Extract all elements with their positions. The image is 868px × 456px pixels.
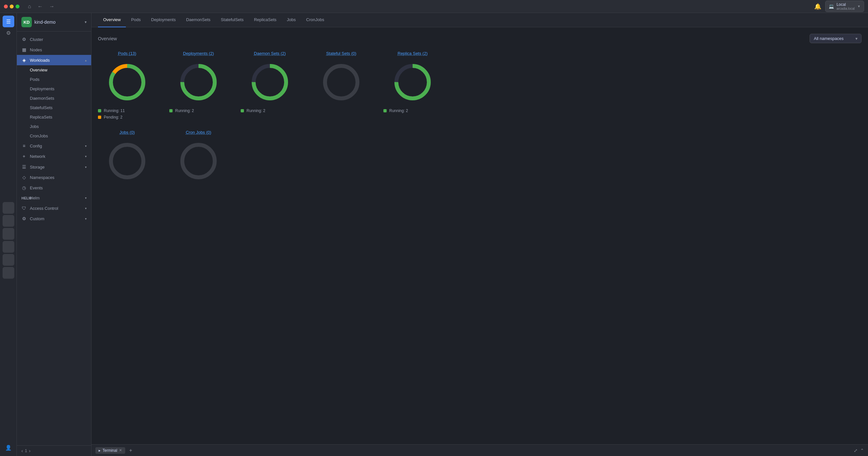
chevron-down-icon: ▾ [85,165,87,169]
tab-bar: Overview Pods Deployments DaemonSets Sta… [91,13,868,27]
cluster-selector[interactable]: KD kind-demo ▾ [17,13,91,31]
icon-bar-item-6[interactable] [3,267,14,279]
tab-deployments[interactable]: Deployments [146,13,181,27]
legend-dot-green [98,109,101,112]
user-icon[interactable]: 👤 [5,445,12,451]
sidebar-item-helm[interactable]: HELM Helm ▾ [17,193,91,203]
chart-title-daemonsets[interactable]: Daemon Sets (2) [254,51,286,56]
icon-bar-item-5[interactable] [3,254,14,266]
donut-cronjobs [178,140,220,182]
icon-bar-item-3[interactable] [3,228,14,240]
context-info: Local arcadia.local [837,2,855,10]
legend-label-running: Running: 2 [247,109,265,113]
chart-deployments: Deployments (2) Running: 2 [169,51,228,119]
namespace-select[interactable]: All namespaces [810,34,862,43]
sidebar-item-cluster[interactable]: ⚙ Cluster [17,34,91,45]
config-icon: ≡ [22,143,27,148]
sidebar-sub-item-deployments[interactable]: Deployments [17,84,91,93]
chart-title-statefulsets[interactable]: Stateful Sets (0) [326,51,356,56]
overview-header: Overview All namespaces ▼ [98,34,862,43]
icon-bar-item-2[interactable] [3,215,14,227]
expand-icon[interactable]: ⤢ [854,448,858,453]
cluster-badge: KD [22,17,32,27]
back-button[interactable]: ← [36,3,45,10]
sidebar-sub-item-replicasets[interactable]: ReplicaSets [17,112,91,122]
tab-cronjobs[interactable]: CronJobs [301,13,330,27]
tab-replicasets[interactable]: ReplicaSets [249,13,282,27]
tab-pods[interactable]: Pods [126,13,146,27]
titlebar-right: 🔔 💻 Local arcadia.local ▼ [814,1,864,12]
sidebar-item-nodes[interactable]: ▦ Nodes [17,45,91,55]
sidebar-item-custom[interactable]: ⚙ Custom ▾ [17,213,91,224]
charts-row-2: Jobs (0) Cron Jobs (0) [98,130,862,188]
home-button[interactable]: ⌂ [26,3,33,10]
sidebar-item-namespaces[interactable]: ◇ Namespaces [17,172,91,182]
sidebar-item-workloads[interactable]: ◈ Workloads ▴ [17,55,91,65]
chevron-up-icon[interactable]: ⌃ [860,448,864,453]
chart-title-jobs[interactable]: Jobs (0) [120,130,135,135]
tab-daemonsets[interactable]: DaemonSets [181,13,216,27]
chart-jobs: Jobs (0) [98,130,156,188]
pagination-back[interactable]: ‹ [22,448,23,453]
sidebar-sub-item-overview[interactable]: Overview [17,65,91,75]
sidebar-item-access-control[interactable]: 🛡 Access Control ▾ [17,203,91,213]
sidebar-item-events[interactable]: ◷ Events [17,182,91,193]
chart-cronjobs: Cron Jobs (0) [169,130,228,188]
chart-replicasets: Replica Sets (2) Running: 2 [383,51,442,119]
sidebar-item-config[interactable]: ≡ Config ▾ [17,141,91,151]
sidebar-item-storage[interactable]: ☰ Storage ▾ [17,162,91,172]
chart-title-cronjobs[interactable]: Cron Jobs (0) [186,130,212,135]
legend-dot-green [169,109,173,112]
close-button[interactable] [4,4,8,8]
notification-icon[interactable]: 🔔 [814,3,821,10]
sidebar-sub-item-statefulsets[interactable]: StatefulSets [17,103,91,112]
terminal-tab[interactable]: ▸ Terminal ✕ [95,447,125,454]
workloads-icon: ◈ [22,57,27,63]
legend-dot-green [383,109,386,112]
context-sub: arcadia.local [837,7,855,10]
sidebar-item-network[interactable]: ⌖ Network ▾ [17,151,91,162]
icon-bar-item-1[interactable] [3,202,14,214]
fullscreen-button[interactable] [16,4,20,8]
minimize-button[interactable] [10,4,13,8]
terminal-close-button[interactable]: ✕ [119,448,122,452]
chevron-up-icon: ▴ [85,58,87,62]
chart-legend-deployments: Running: 2 [169,109,194,113]
content-area: Overview All namespaces ▼ Pods (13) [91,27,868,444]
tab-overview[interactable]: Overview [98,13,126,27]
icon-bar-item-4[interactable] [3,241,14,253]
sidebar-sub-item-daemonsets[interactable]: DaemonSets [17,93,91,103]
terminal-icon: ▸ [99,448,100,453]
sidebar-sub-item-pods[interactable]: Pods [17,75,91,84]
donut-pods [106,61,148,103]
nodes-icon: ▦ [22,47,27,52]
traffic-lights [4,4,20,8]
terminal-add-button[interactable]: + [129,448,132,453]
legend-label-running: Running: 11 [104,109,125,113]
tab-jobs[interactable]: Jobs [282,13,301,27]
sidebar-item-label: Storage [30,165,82,170]
chart-title-pods[interactable]: Pods (13) [118,51,136,56]
sidebar-sub-item-cronjobs[interactable]: CronJobs [17,131,91,141]
sidebar-sub-item-jobs[interactable]: Jobs [17,122,91,131]
chart-title-replicasets[interactable]: Replica Sets (2) [398,51,428,56]
legend-label-running: Running: 2 [389,109,408,113]
forward-button[interactable]: → [48,3,56,10]
chart-title-deployments[interactable]: Deployments (2) [183,51,214,56]
menu-button[interactable]: ☰ [3,16,14,27]
cluster-dropdown-icon: ▾ [85,20,87,24]
pagination-forward[interactable]: › [29,448,30,453]
donut-svg-pods [106,61,148,103]
chart-pods: Pods (13) [98,51,156,119]
settings-icon[interactable]: ⚙ [6,30,11,36]
svg-point-10 [111,145,143,177]
terminal-label: Terminal [102,448,117,453]
sidebar-item-label: Config [30,144,82,148]
sidebar-nav: ⚙ Cluster ▦ Nodes ◈ Workloads ▴ Overview… [17,31,91,226]
tab-statefulsets[interactable]: StatefulSets [216,13,249,27]
bottom-right-controls: ⤢ ⌃ [854,448,864,453]
sidebar-item-label: Helm [30,196,82,200]
pagination-page: 1 [25,449,27,453]
context-selector[interactable]: 💻 Local arcadia.local ▼ [825,1,864,12]
donut-jobs [106,140,148,182]
